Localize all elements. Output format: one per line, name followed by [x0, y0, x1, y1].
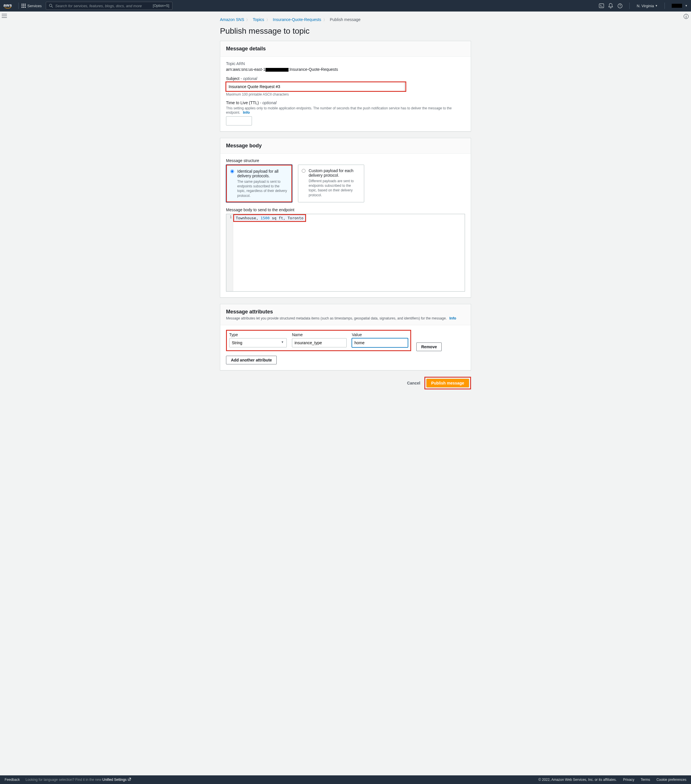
attr-type-label: Type	[229, 333, 287, 337]
region-selector[interactable]: N. Virginia▼	[637, 4, 658, 8]
search-shortcut: [Option+S]	[153, 4, 169, 8]
attr-name-label: Name	[292, 333, 347, 337]
attrs-desc: Message attributes let you provide struc…	[226, 316, 465, 320]
search-input[interactable]: Search for services, features, blogs, do…	[46, 2, 172, 10]
services-menu[interactable]: Services	[21, 4, 42, 8]
subject-input[interactable]	[226, 82, 404, 91]
svg-rect-2	[25, 4, 26, 5]
info-panel-toggle[interactable]	[683, 14, 689, 20]
svg-rect-8	[25, 7, 26, 8]
search-placeholder: Search for services, features, blogs, do…	[55, 4, 142, 8]
services-label: Services	[27, 4, 42, 8]
message-attributes-panel: Message attributes Message attributes le…	[220, 304, 471, 371]
sidebar-toggle[interactable]	[2, 14, 8, 20]
attribute-row-highlight: Type String Name Value	[226, 330, 411, 351]
svg-rect-6	[21, 7, 23, 8]
cloudshell-icon[interactable]	[599, 3, 604, 8]
help-icon[interactable]: ?	[617, 3, 622, 8]
svg-rect-4	[23, 5, 24, 7]
crumb-current: Publish message	[330, 17, 361, 22]
payload-identical-radio[interactable]	[230, 170, 234, 173]
publish-message-button[interactable]: Publish message	[426, 379, 469, 387]
svg-rect-5	[25, 5, 26, 7]
subject-hint: Maximum 100 printable ASCII characters	[226, 92, 465, 96]
body-heading: Message body	[226, 143, 465, 149]
svg-point-18	[686, 15, 686, 16]
svg-rect-11	[599, 4, 604, 8]
svg-text:?: ?	[619, 4, 621, 8]
payload-custom-radio[interactable]	[302, 169, 305, 173]
breadcrumb: Amazon SNS〉 Topics〉 Insurance-Quote-Requ…	[220, 17, 471, 23]
attr-type-select[interactable]: String	[229, 338, 287, 348]
arn-value: arn:aws:sns:us-east-1:Insurance-Quote-Re…	[226, 67, 465, 72]
action-row: Cancel Publish message	[220, 377, 471, 389]
crumb-topics[interactable]: Topics	[253, 17, 264, 22]
details-heading: Message details	[226, 46, 465, 52]
message-body-panel: Message body Message structure Identical…	[220, 138, 471, 298]
svg-rect-1	[23, 4, 24, 5]
search-icon	[49, 4, 53, 8]
ttl-label: Time to Live (TTL) - optional	[226, 100, 465, 105]
svg-rect-19	[686, 16, 686, 18]
attrs-info-link[interactable]: Info	[449, 316, 456, 320]
svg-rect-0	[21, 4, 23, 5]
ttl-info-link[interactable]: Info	[243, 110, 250, 115]
message-body-editor[interactable]: 1 Townhouse, 1500 sq ft, Toronto	[226, 214, 465, 292]
redacted-account	[266, 68, 289, 72]
cancel-button[interactable]: Cancel	[407, 381, 421, 385]
add-attribute-button[interactable]: Add another attribute	[226, 356, 277, 364]
remove-attribute-button[interactable]: Remove	[416, 343, 442, 351]
svg-point-9	[49, 4, 52, 7]
attr-value-input[interactable]	[352, 338, 408, 348]
crumb-sns[interactable]: Amazon SNS	[220, 17, 244, 22]
svg-rect-3	[21, 5, 23, 7]
account-menu[interactable]: ▼	[672, 4, 688, 8]
svg-line-10	[51, 7, 53, 8]
subject-label: Subject - optional	[226, 76, 465, 81]
code-line-1: Townhouse, 1500 sq ft, Toronto	[233, 214, 306, 222]
svg-rect-7	[23, 7, 24, 8]
crumb-topic-name[interactable]: Insurance-Quote-Requests	[273, 17, 321, 22]
editor-label: Message body to send to the endpoint	[226, 208, 465, 212]
structure-label: Message structure	[226, 158, 465, 163]
ttl-input[interactable]	[226, 116, 252, 125]
page-title: Publish message to topic	[220, 26, 471, 36]
payload-custom-tile[interactable]: Custom payload for each delivery protoco…	[298, 165, 364, 203]
attr-name-input[interactable]	[292, 338, 347, 348]
attr-value-label: Value	[352, 333, 408, 337]
top-nav: aws Services Search for services, featur…	[0, 0, 691, 12]
arn-label: Topic ARN	[226, 61, 465, 66]
attrs-heading: Message attributes	[226, 309, 465, 315]
main-content: Amazon SNS〉 Topics〉 Insurance-Quote-Requ…	[216, 12, 475, 412]
aws-logo[interactable]: aws	[3, 3, 12, 9]
ttl-hint: This setting applies only to mobile appl…	[226, 106, 465, 115]
payload-identical-tile[interactable]: Identical payload for all delivery proto…	[226, 165, 292, 203]
message-details-panel: Message details Topic ARN arn:aws:sns:us…	[220, 41, 471, 132]
notifications-icon[interactable]	[608, 3, 613, 8]
grid-icon	[21, 4, 26, 8]
